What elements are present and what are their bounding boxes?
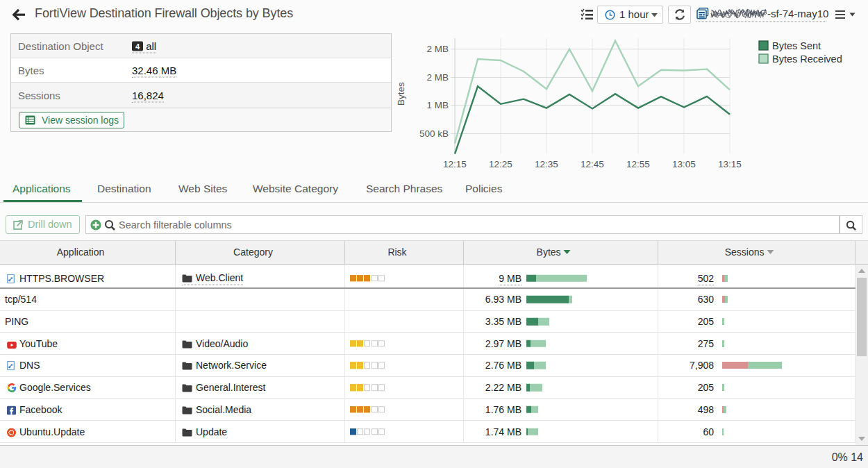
svg-text:12:55: 12:55 xyxy=(626,159,650,169)
svg-text:13:15: 13:15 xyxy=(718,159,742,169)
svg-text:1 MB: 1 MB xyxy=(426,100,449,110)
svg-text:Bytes: Bytes xyxy=(396,82,406,106)
svg-text:Bytes Received: Bytes Received xyxy=(772,53,842,65)
svg-text:12:35: 12:35 xyxy=(535,159,558,169)
svg-text:Bytes Sent: Bytes Sent xyxy=(772,40,821,51)
svg-text:12:45: 12:45 xyxy=(581,159,604,169)
svg-text:12:15: 12:15 xyxy=(443,159,467,169)
svg-text:500 kB: 500 kB xyxy=(419,128,449,139)
svg-text:13:05: 13:05 xyxy=(672,159,696,169)
svg-text:12:25: 12:25 xyxy=(489,159,512,169)
svg-text:2 MB: 2 MB xyxy=(426,72,449,83)
svg-text:2 MB: 2 MB xyxy=(426,44,449,54)
